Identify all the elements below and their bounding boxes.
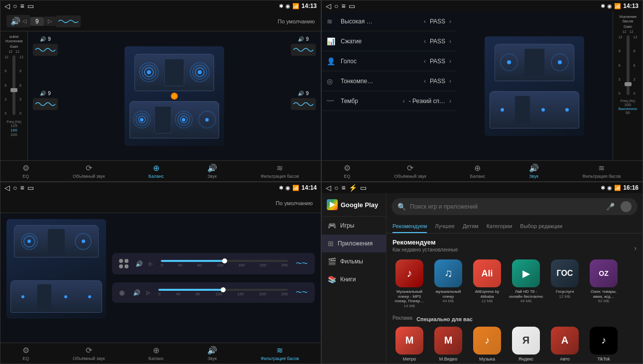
nav-menu-q1[interactable]: ≡ <box>20 2 24 10</box>
tab-editors[interactable]: Выбор редакции <box>520 220 562 233</box>
nav-balance-q3[interactable]: ⊕ Баланс <box>148 346 164 361</box>
section-subtitle-recommend: Как недавно установленные <box>392 247 458 252</box>
nav-menu-q3[interactable]: ≡ <box>20 184 24 192</box>
ad-card-2[interactable]: ♪ Музыка <box>470 327 504 362</box>
high-chevron-r[interactable]: › <box>449 18 451 25</box>
settings-row-high[interactable]: ≋ Высокая … ‹ PASS › <box>322 11 456 31</box>
nav-usb-q4: ⚡ <box>349 184 357 192</box>
tab-best[interactable]: Лучшее <box>435 220 455 233</box>
slider-thumb-2[interactable] <box>221 287 226 292</box>
nav-sound-q3[interactable]: 🔊 Звук <box>207 346 217 361</box>
nav-surround-q1[interactable]: ⟳ Объёмный звук <box>73 163 105 179</box>
gain-slider[interactable] <box>12 55 15 115</box>
vol-up-btn[interactable]: ▷ <box>44 16 56 26</box>
nav-eq-q2[interactable]: ⚙ EQ <box>344 163 351 179</box>
freq-50-q2: 50 <box>626 111 630 115</box>
settings-row-voice[interactable]: 👤 Голос ‹ PASS › <box>322 51 456 71</box>
ad-card-5[interactable]: ♪ TikTok <box>587 327 621 362</box>
nav-balance-q1[interactable]: ⊕ Баланс <box>148 163 164 179</box>
tab-kids[interactable]: Детям <box>463 220 479 233</box>
nav-home-q2[interactable]: ○ <box>334 2 338 10</box>
nav-recent-q3[interactable]: ▭ <box>27 184 34 192</box>
nav-home-q1[interactable]: ○ <box>13 2 17 10</box>
gp-search-bar[interactable]: 🔍 🎤 <box>391 198 638 215</box>
nav-recent-q2[interactable]: ▭ <box>349 2 355 10</box>
app-card-4[interactable]: ГОС Госуслуги 12 МБ <box>548 259 582 308</box>
app-card-0[interactable]: ♪ Музыкальный плеер - MP3 плеер, Плеер… … <box>392 259 426 308</box>
gain-thumb[interactable] <box>10 88 17 92</box>
gain-slider-q2[interactable] <box>627 35 630 95</box>
app-icon-2: Ali <box>473 259 501 287</box>
mic-icon[interactable]: 🎤 <box>606 203 615 211</box>
nav-sound-q2[interactable]: 🔊 Звук <box>529 163 539 179</box>
sidebar-item-games[interactable]: 🎮 Игры <box>322 217 386 235</box>
avatar-icon[interactable] <box>621 201 632 212</box>
nav-menu-q4[interactable]: ≡ <box>341 184 345 192</box>
nav-home-q4[interactable]: ○ <box>334 184 338 192</box>
nav-recent-q1[interactable]: ▭ <box>27 2 34 10</box>
high-chevron-l[interactable]: ‹ <box>424 18 426 25</box>
app-card-3[interactable]: ▶ Лай HD T8 - онлайн бесплатно 49 МБ <box>509 259 543 308</box>
search-input[interactable] <box>410 203 602 210</box>
settings-row-tone[interactable]: ◎ Тонкомпе… ‹ PASS › <box>322 71 456 91</box>
gain-scale-r: 12 <box>15 50 19 53</box>
nav-balance-q2[interactable]: ⊕ Баланс <box>470 163 486 179</box>
app-card-2[interactable]: Ali AliExpress by Alibaba 12 МБ <box>470 259 504 308</box>
timbre-chevron-r[interactable]: › <box>449 98 451 105</box>
nav-filter-q2[interactable]: ≋ Фильтрация басов <box>582 163 621 179</box>
voice-chevron-l[interactable]: ‹ <box>424 58 426 65</box>
surround-label-q1: Объёмный звук <box>73 174 105 179</box>
voice-icon: 👤 <box>327 57 337 65</box>
nav-back-q3[interactable]: ◁ <box>4 184 10 192</box>
nav-eq-q3[interactable]: ⚙ EQ <box>22 346 29 361</box>
nav-bar-q3: ⚙ EQ ⟳ Объёмный звук ⊕ Баланс 🔊 Звук ≋ Ф… <box>0 343 321 364</box>
vol-icon-tr: 🔊 <box>298 36 304 42</box>
nav-menu-q2[interactable]: ≡ <box>341 2 345 10</box>
compress-chevron-l[interactable]: ‹ <box>424 38 426 45</box>
surround-icon-q3: ⟳ <box>86 346 92 355</box>
vol-down-btn[interactable]: 🔊 ◁ <box>6 15 30 27</box>
nav-filter-q1[interactable]: ≋ Фильтрация басов <box>260 163 299 179</box>
ad-card-3[interactable]: Я Яндекс <box>509 327 543 362</box>
sidebar-item-apps[interactable]: ⊞ Приложения <box>322 235 386 252</box>
tone-chevron-l[interactable]: ‹ <box>424 78 426 85</box>
settings-row-compress[interactable]: 📊 Сжатие ‹ PASS › <box>322 31 456 51</box>
timbre-chevron-l[interactable]: ‹ <box>403 98 405 105</box>
nav-surround-q2[interactable]: ⟳ Объёмный звук <box>394 163 426 179</box>
nav-back-q4[interactable]: ◁ <box>326 184 331 192</box>
nav-back-q2[interactable]: ◁ <box>326 2 331 10</box>
nav-bar-q1: ⚙ EQ ⟳ Объёмный звук ⊕ Баланс 🔊 Звук ≋ Ф… <box>0 160 321 181</box>
freq-label-q2: Freq (Hz) <box>615 99 641 103</box>
tab-categories[interactable]: Категории <box>487 220 513 233</box>
ad-card-0[interactable]: M Метро <box>392 327 426 362</box>
nav-home-q3[interactable]: ○ <box>13 184 17 192</box>
slider-thumb-1[interactable] <box>222 258 227 263</box>
freq-200: 200 <box>10 132 17 137</box>
compress-chevron-r[interactable]: › <box>449 38 451 45</box>
sidebar-item-books[interactable]: 📚 Книги <box>322 270 386 288</box>
voice-chevron-r[interactable]: › <box>449 58 451 65</box>
nav-surround-q3[interactable]: ⟳ Объёмный звук <box>73 346 105 361</box>
high-label: Высокая … <box>341 18 420 25</box>
nav-recent-q4[interactable]: ▭ <box>360 184 367 192</box>
app-card-5[interactable]: OZ Озон: товары, авиа, ж/д… 92 МБ <box>587 259 621 308</box>
tab-recommend[interactable]: Рекомендуем <box>392 220 427 233</box>
gain-thumb-q2[interactable] <box>625 82 632 86</box>
freq-160[interactable]: 160 <box>10 128 17 132</box>
app-card-1[interactable]: ♫ музыкальный плеер 44 МБ <box>431 259 465 308</box>
nav-eq-q1[interactable]: ⚙ EQ <box>22 163 29 179</box>
high-icon: ≋ <box>327 17 337 25</box>
wifi-icon-q3: 📶 <box>292 185 299 191</box>
nav-sound-q1[interactable]: 🔊 Звук <box>207 163 217 179</box>
nav-back-q1[interactable]: ◁ <box>4 2 10 10</box>
tone-chevron-r[interactable]: › <box>449 78 451 85</box>
freq-off-q2[interactable]: Выключено <box>619 107 637 111</box>
slider-track-1[interactable] <box>161 260 288 262</box>
sidebar-item-movies[interactable]: 🎬 Фильмы <box>322 252 386 270</box>
more-arrow-recommend[interactable]: › <box>634 244 637 252</box>
slider-track-2[interactable] <box>158 289 288 291</box>
settings-row-timbre[interactable]: 〰 Тембр ‹ - Резкий сп… › <box>322 91 456 111</box>
ad-card-4[interactable]: А Авто <box>548 327 582 362</box>
nav-filter-q3[interactable]: ≋ Фильтрация басов <box>260 346 299 361</box>
ad-card-1[interactable]: М М.Видео <box>431 327 465 362</box>
